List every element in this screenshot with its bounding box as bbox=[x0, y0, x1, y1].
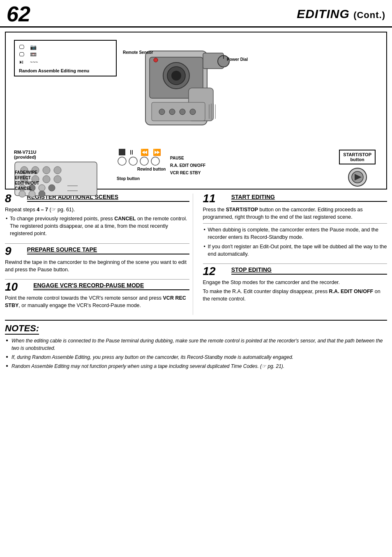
section-10-title: ENGAGE VCR'S RECORD-PAUSE MODE bbox=[33, 282, 189, 290]
section-12-text-2: To make the R.A. Edit counter display di… bbox=[203, 288, 387, 303]
section-11-text: Press the START/STOP button on the camco… bbox=[203, 206, 387, 221]
svg-point-22 bbox=[43, 166, 50, 174]
section-12: 12 STOP EDITING Engage the Stop modes fo… bbox=[203, 266, 387, 303]
section-11-body: Press the START/STOP button on the camco… bbox=[203, 206, 387, 258]
svg-rect-38 bbox=[119, 149, 125, 155]
section-9-header: 9 PREPARE SOURCE TAPE bbox=[5, 246, 189, 257]
svg-text:⏸: ⏸ bbox=[128, 149, 135, 156]
section-11-number: 11 bbox=[203, 193, 216, 204]
stop-button-label: Stop button bbox=[117, 176, 207, 181]
page-title: EDITING (Cont.) bbox=[297, 7, 385, 21]
section-10-header: 10 ENGAGE VCR'S RECORD-PAUSE MODE bbox=[5, 282, 189, 293]
note-item-2: If, during Random Assemble Editing, you … bbox=[12, 354, 387, 361]
section-10-text: Point the remote control towards the VCR… bbox=[5, 294, 189, 309]
svg-point-4 bbox=[171, 71, 181, 81]
svg-point-11 bbox=[159, 109, 165, 115]
pause-label: PAUSE bbox=[170, 156, 184, 160]
start-stop-label: START/STOPbutton bbox=[343, 152, 371, 162]
menu-icon-camera: 📷 bbox=[30, 44, 37, 50]
svg-point-30 bbox=[39, 185, 45, 191]
menu-icon-rec: 📼 bbox=[30, 51, 37, 58]
section-11-title: START EDITING bbox=[231, 194, 387, 202]
right-column: 11 START EDITING Press the START/STOP bu… bbox=[200, 194, 387, 315]
svg-point-32 bbox=[19, 191, 25, 197]
section-10-body: Point the remote control towards the VCR… bbox=[5, 294, 189, 309]
power-dial-label: Power Dial bbox=[227, 57, 248, 62]
svg-text:⏪: ⏪ bbox=[141, 148, 149, 156]
section-11-header: 11 START EDITING bbox=[203, 194, 387, 204]
section-8: 8 REGISTER ADDITIONAL SCENES Repeat step… bbox=[5, 194, 189, 238]
svg-point-12 bbox=[169, 109, 175, 115]
svg-point-31 bbox=[48, 185, 55, 191]
page-number: 62 bbox=[7, 3, 30, 25]
menu-icon-arrows: ~~~ bbox=[30, 60, 38, 65]
section-11-bullet-1: When dubbing is complete, the camcorder … bbox=[208, 226, 387, 241]
svg-text:⏩: ⏩ bbox=[153, 148, 161, 156]
editing-word: EDITING bbox=[297, 7, 350, 21]
section-9-title: PREPARE SOURCE TAPE bbox=[27, 246, 189, 254]
section-12-title: STOP EDITING bbox=[231, 266, 387, 275]
section-9: 9 PREPARE SOURCE TAPE Rewind the tape in… bbox=[5, 246, 189, 273]
section-9-number: 9 bbox=[5, 245, 12, 257]
section-11-bullet-2: If you don't register an Edit-Out point,… bbox=[208, 243, 387, 258]
rewind-button-label: Rewind button bbox=[137, 167, 166, 171]
left-column: 8 REGISTER ADDITIONAL SCENES Repeat step… bbox=[5, 194, 193, 315]
diagram-svg-container: 🖵 📷 🖵 📼 ⏯ ~~~ Random Assemble Editing me… bbox=[10, 37, 382, 185]
section-12-text-1: Engage the Stop modes for the camcorder … bbox=[203, 279, 387, 286]
start-stop-svg bbox=[347, 167, 368, 187]
diagram-box: 🖵 📷 🖵 📼 ⏯ ~~~ Random Assemble Editing me… bbox=[5, 32, 387, 190]
svg-point-43 bbox=[129, 157, 137, 165]
section-12-header: 12 STOP EDITING bbox=[203, 266, 387, 277]
section-10-number: 10 bbox=[5, 281, 18, 293]
svg-point-5 bbox=[154, 58, 158, 62]
remote-control-area: RM-V711U(provided) bbox=[14, 150, 108, 199]
section-9-text: Rewind the tape in the camcorder to the … bbox=[5, 259, 189, 273]
svg-point-45 bbox=[151, 157, 159, 165]
edit-in-out-label: EDIT IN/OUT bbox=[15, 181, 39, 185]
vcr-rec-label: VCR REC STBY bbox=[170, 171, 201, 175]
note-item-1: When the editing cable is connected to t… bbox=[12, 337, 387, 352]
svg-point-44 bbox=[140, 157, 148, 165]
divider-8-9 bbox=[5, 243, 189, 244]
section-8-bullet-1: To change previously registered points, … bbox=[10, 215, 189, 237]
section-9-body: Rewind the tape in the camcorder to the … bbox=[5, 259, 189, 273]
menu-icon-row-3: ⏯ ~~~ bbox=[19, 59, 112, 65]
remote-sensor-label: Remote Sensor bbox=[123, 50, 153, 55]
menu-icons: 🖵 📷 🖵 📼 ⏯ ~~~ bbox=[19, 44, 112, 65]
remote-name-label: RM-V711U(provided) bbox=[14, 150, 108, 159]
menu-icon-scene: 🖵 bbox=[19, 51, 24, 58]
menu-label: Random Assemble Editing menu bbox=[19, 68, 112, 73]
menu-icon-play: ⏯ bbox=[19, 59, 24, 65]
divider-9-10 bbox=[5, 279, 189, 280]
cancel-label: CANCEL bbox=[15, 186, 32, 191]
svg-point-14 bbox=[190, 109, 196, 115]
svg-point-26 bbox=[43, 176, 50, 183]
section-8-number: 8 bbox=[5, 193, 12, 204]
svg-point-13 bbox=[180, 109, 185, 115]
notes-section: NOTES: When the editing cable is connect… bbox=[5, 320, 387, 370]
menu-icon-tv: 🖵 bbox=[19, 44, 24, 50]
svg-point-33 bbox=[29, 191, 35, 197]
ra-edit-label: R.A. EDIT ON/OFF bbox=[170, 163, 205, 168]
page-header: 62 EDITING (Cont.) bbox=[0, 0, 392, 28]
section-11: 11 START EDITING Press the START/STOP bu… bbox=[203, 194, 387, 258]
rm-v711u-label: RM-V711U(provided) bbox=[14, 150, 36, 159]
camcorder-illustration: Remote Sensor Power Dial bbox=[121, 39, 252, 141]
section-10: 10 ENGAGE VCR'S RECORD-PAUSE MODE Point … bbox=[5, 282, 189, 309]
divider-11-12 bbox=[203, 263, 387, 264]
menu-box: 🖵 📷 🖵 📼 ⏯ ~~~ Random Assemble Editing me… bbox=[14, 40, 117, 76]
fade-wipe-label: FADE/WIPE bbox=[15, 170, 37, 175]
menu-icon-row-1: 🖵 📷 bbox=[19, 44, 112, 50]
notes-title: NOTES: bbox=[5, 323, 39, 335]
content-area: 8 REGISTER ADDITIONAL SCENES Repeat step… bbox=[5, 194, 387, 315]
svg-point-34 bbox=[39, 191, 45, 197]
section-8-text: Repeat steps 4 – 7 (☞ pg. 61). bbox=[5, 206, 189, 213]
svg-point-23 bbox=[54, 166, 61, 174]
svg-point-42 bbox=[118, 157, 126, 165]
cont-label: (Cont.) bbox=[353, 10, 385, 20]
note-item-3: Random Assemble Editing may not function… bbox=[12, 363, 387, 370]
effect-label: EFFECT bbox=[15, 176, 31, 180]
section-8-body: Repeat steps 4 – 7 (☞ pg. 61). To change… bbox=[5, 206, 189, 238]
menu-icon-row-2: 🖵 📼 bbox=[19, 51, 112, 58]
section-12-number: 12 bbox=[203, 266, 216, 277]
